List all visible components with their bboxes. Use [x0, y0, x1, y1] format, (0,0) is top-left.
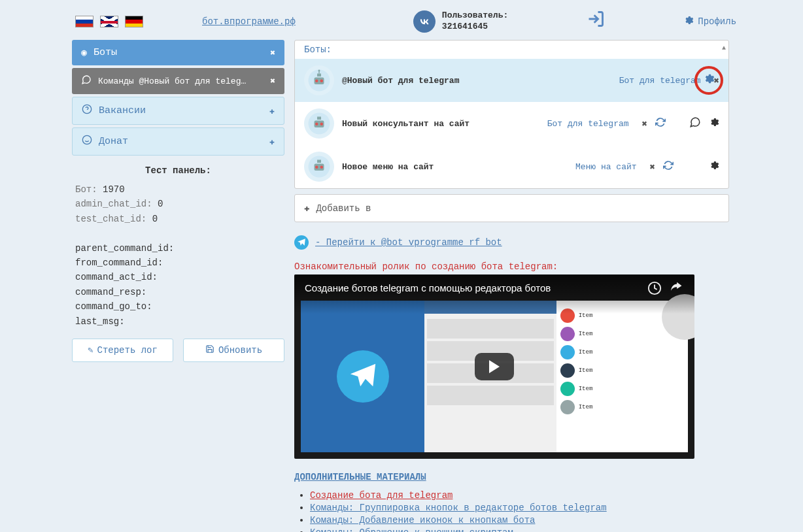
flag-ru[interactable]	[75, 16, 94, 27]
scroll-up-icon[interactable]: ▲	[722, 44, 726, 52]
add-bot-button[interactable]: ✚ Добавить в	[294, 194, 729, 222]
nav-bots[interactable]: ◉ Боты ✖	[72, 40, 284, 65]
refresh-button[interactable]: Обновить	[183, 339, 284, 362]
bot-row[interactable]: @Новый бот для telegram Бот для telegram…	[295, 59, 728, 102]
bot-avatar	[304, 152, 334, 182]
bots-panel-title: Боты:	[295, 41, 728, 59]
bot-name: @Новый бот для telegram	[342, 76, 611, 86]
refresh-icon[interactable]	[663, 160, 674, 173]
svg-point-5	[320, 80, 324, 83]
svg-point-8	[318, 70, 320, 72]
bot-name: Новый консультант на сайт	[342, 119, 539, 129]
test-panel-title: Тест панель:	[72, 165, 284, 176]
profile-link[interactable]: Профиль	[683, 15, 736, 28]
share-icon[interactable]	[671, 281, 685, 298]
user-info: Пользователь: 321641645	[442, 10, 508, 33]
site-link[interactable]: бот.впрограмме.рф	[202, 16, 296, 27]
chat-icon[interactable]	[689, 116, 701, 131]
language-flags	[75, 16, 143, 27]
close-icon[interactable]: ✖	[642, 118, 647, 129]
svg-rect-6	[317, 74, 321, 77]
bot-row[interactable]: Новый консультант на сайт Бот для telegr…	[295, 102, 728, 145]
material-link[interactable]: Команды: Группировка кнопок в редакторе …	[310, 503, 607, 513]
flag-de[interactable]	[125, 16, 143, 27]
svg-point-1	[82, 135, 91, 144]
close-icon[interactable]: ✖	[270, 48, 275, 58]
bot-type: Бот для telegram	[619, 76, 701, 86]
gear-icon[interactable]	[709, 160, 719, 173]
materials-list: Создание бота для telegram Команды: Груп…	[294, 490, 729, 532]
question-icon	[82, 104, 92, 118]
svg-point-4	[315, 80, 318, 83]
bot-type: Бот для telegram	[547, 119, 629, 129]
video-title: Создание ботов telegram с помощью редакт…	[305, 282, 551, 293]
nav-vacancy[interactable]: Вакансии ✚	[72, 97, 284, 125]
bot-name: Новое меню на сайт	[342, 162, 568, 172]
bot-avatar	[304, 108, 334, 139]
nav-commands[interactable]: Команды @Новый бот для teleg… ✖	[72, 68, 284, 94]
save-icon	[205, 344, 214, 356]
refresh-icon[interactable]	[655, 117, 666, 130]
svg-point-11	[315, 123, 318, 126]
svg-point-17	[320, 166, 324, 169]
svg-point-16	[315, 166, 318, 169]
telegram-icon	[294, 235, 309, 250]
bot-row[interactable]: Новое меню на сайт Меню на сайт ✖	[295, 145, 728, 188]
svg-point-12	[320, 123, 324, 126]
svg-rect-13	[317, 117, 321, 120]
material-link[interactable]: Создание бота для telegram	[310, 490, 453, 501]
telegram-bot-link[interactable]: - Перейти к @bot_vprogramme_rf_bot	[315, 237, 502, 248]
materials-title: ДОПОЛНИТЕЛЬНЫЕ МАТЕРИАЛЫ	[294, 472, 729, 482]
video-section-title: Ознакомительный ролик по созданию бота t…	[294, 261, 729, 272]
vk-icon[interactable]	[413, 10, 436, 33]
flag-uk[interactable]	[100, 16, 118, 27]
close-icon[interactable]: ✖	[650, 161, 655, 173]
gear-icon	[683, 15, 694, 28]
target-icon: ◉	[81, 46, 87, 59]
clear-log-button[interactable]: ✎ Стереть лог	[72, 339, 173, 362]
close-icon[interactable]: ✖	[270, 76, 275, 86]
smile-icon	[82, 135, 92, 148]
video-player[interactable]: Item Item Item Item Item Item Создание б…	[294, 274, 694, 459]
bots-panel: ▲ Боты: @Новый бот для telegram Бот для …	[294, 40, 729, 189]
svg-rect-18	[317, 160, 321, 163]
nav-donate[interactable]: Донат ✚	[72, 127, 284, 156]
watch-later-icon[interactable]	[647, 281, 662, 298]
test-panel: Бот: 1970 admin_chat_id: 0 test_chat_id:…	[72, 182, 284, 329]
plus-icon[interactable]: ✚	[269, 106, 275, 116]
bot-avatar	[304, 65, 334, 95]
play-button[interactable]	[475, 353, 514, 380]
material-link[interactable]: Команды: Обращение к внешним скриптам	[310, 527, 513, 532]
gear-icon[interactable]	[703, 73, 715, 88]
chat-icon	[81, 75, 92, 88]
gear-highlighted[interactable]	[694, 66, 723, 95]
bot-type: Меню на сайт	[575, 162, 637, 172]
plus-icon[interactable]: ✚	[269, 137, 275, 147]
logout-icon[interactable]	[587, 10, 605, 33]
pencil-icon: ✎	[88, 344, 93, 356]
gear-icon[interactable]	[709, 117, 719, 130]
plus-icon: ✚	[304, 203, 309, 214]
material-link[interactable]: Команды: Добавление иконок к кнопкам бот…	[310, 515, 535, 525]
